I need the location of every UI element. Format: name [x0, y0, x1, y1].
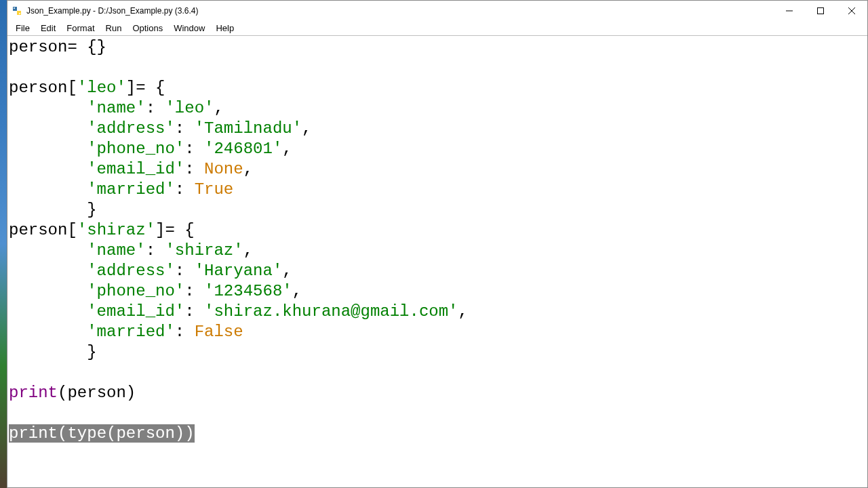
code-line: 'address': 'Haryana',: [9, 262, 292, 280]
svg-rect-0: [13, 7, 17, 11]
svg-rect-5: [818, 8, 824, 14]
menu-options[interactable]: Options: [127, 22, 168, 35]
titlebar[interactable]: Json_Example.py - D:/Json_Example.py (3.…: [7, 1, 867, 21]
code-line: 'married': True: [9, 180, 233, 199]
selected-text: print(type(person)): [9, 424, 195, 443]
menu-file[interactable]: File: [10, 22, 35, 35]
app-icon: [12, 5, 22, 16]
code-line: person['leo']= {: [9, 79, 165, 97]
code-line: 'email_id': None,: [9, 160, 253, 178]
minimize-button[interactable]: [774, 1, 805, 21]
window-title: Json_Example.py - D:/Json_Example.py (3.…: [26, 6, 774, 16]
code-line: person['shiraz']= {: [9, 221, 195, 239]
menu-format[interactable]: Format: [61, 22, 100, 35]
code-line: print(person): [9, 384, 136, 402]
code-line: 'married': False: [9, 323, 243, 341]
code-line: 'name': 'leo',: [9, 99, 224, 117]
menu-window[interactable]: Window: [168, 22, 210, 35]
code-line: }: [9, 343, 97, 361]
code-line: 'phone_no': '246801',: [9, 140, 292, 158]
taskbar-sliver: [0, 0, 7, 488]
code-line: }: [9, 201, 97, 219]
menu-edit[interactable]: Edit: [35, 22, 61, 35]
maximize-button[interactable]: [805, 1, 836, 21]
code-line: 'address': 'Tamilnadu',: [9, 119, 312, 138]
menubar: File Edit Format Run Options Window Help: [7, 21, 867, 36]
code-line: 'phone_no': '1234568',: [9, 282, 302, 300]
svg-rect-1: [17, 11, 21, 15]
window-controls: [774, 1, 867, 21]
code-line: 'email_id': 'shiraz.khurana@gmail.com',: [9, 302, 468, 321]
code-line: person= {}: [9, 38, 106, 56]
code-line: 'name': 'shiraz',: [9, 241, 253, 260]
close-button[interactable]: [836, 1, 867, 21]
svg-point-3: [19, 13, 20, 14]
code-editor[interactable]: person= {} person['leo']= { 'name': 'leo…: [7, 36, 867, 487]
idle-window: Json_Example.py - D:/Json_Example.py (3.…: [7, 0, 868, 488]
svg-point-2: [14, 7, 15, 9]
menu-run[interactable]: Run: [100, 22, 127, 35]
menu-help[interactable]: Help: [210, 22, 239, 35]
